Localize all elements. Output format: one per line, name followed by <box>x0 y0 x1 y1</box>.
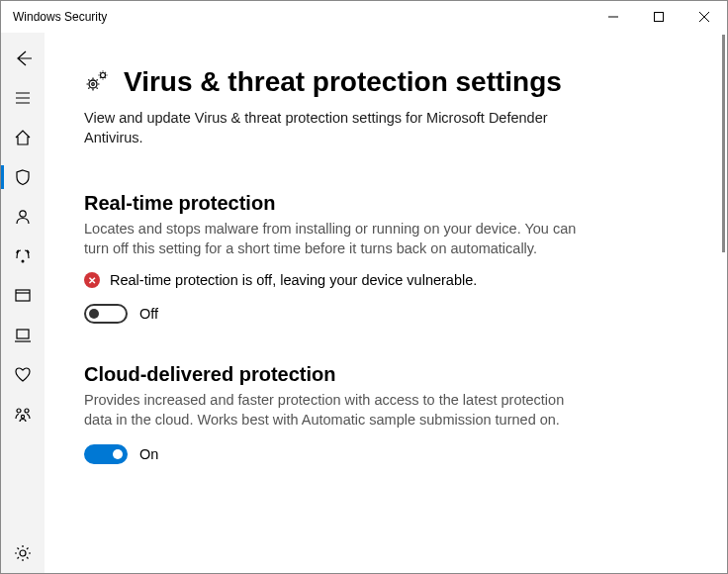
cloud-toggle[interactable] <box>84 444 128 464</box>
menu-button[interactable] <box>1 78 45 118</box>
heart-icon <box>14 366 32 384</box>
close-icon <box>699 12 709 22</box>
sidebar-item-virus-protection[interactable] <box>1 157 45 197</box>
maximize-button[interactable] <box>636 1 682 33</box>
minimize-button[interactable] <box>591 1 636 33</box>
svg-point-11 <box>101 73 106 78</box>
sidebar-item-home[interactable] <box>1 118 45 157</box>
realtime-warning-text: Real-time protection is off, leaving you… <box>110 272 477 288</box>
cloud-description: Provides increased and faster protection… <box>84 390 579 430</box>
settings-gears-icon <box>84 69 110 95</box>
main-content: Virus & threat protection settings View … <box>45 33 727 573</box>
maximize-icon <box>654 12 664 22</box>
svg-point-9 <box>89 80 97 88</box>
device-icon <box>14 327 32 344</box>
cloud-protection-section: Cloud-delivered protection Provides incr… <box>84 363 579 464</box>
app-icon <box>14 287 32 305</box>
svg-rect-0 <box>655 13 664 22</box>
hamburger-icon <box>15 90 31 106</box>
window-title: Windows Security <box>13 10 107 24</box>
sidebar-item-account-protection[interactable] <box>1 197 45 237</box>
cloud-toggle-label: On <box>139 446 158 462</box>
person-icon <box>14 208 32 226</box>
realtime-description: Locates and stops malware from installin… <box>84 219 579 259</box>
svg-point-7 <box>21 415 24 418</box>
svg-point-5 <box>17 409 21 413</box>
sidebar-item-settings[interactable] <box>1 533 45 573</box>
sidebar-item-app-browser[interactable] <box>1 276 45 316</box>
svg-rect-4 <box>17 330 29 338</box>
svg-point-10 <box>92 83 95 86</box>
minimize-icon <box>608 12 618 22</box>
titlebar: Windows Security <box>1 1 727 33</box>
svg-point-6 <box>25 409 29 413</box>
back-button[interactable] <box>1 39 45 78</box>
cloud-title: Cloud-delivered protection <box>84 363 579 386</box>
realtime-warning: ✕ Real-time protection is off, leaving y… <box>84 272 579 288</box>
scrollbar[interactable] <box>722 35 725 252</box>
page-title: Virus & threat protection settings <box>124 66 562 98</box>
network-icon <box>14 247 32 265</box>
realtime-protection-section: Real-time protection Locates and stops m… <box>84 192 579 325</box>
realtime-title: Real-time protection <box>84 192 579 215</box>
svg-rect-3 <box>16 290 30 301</box>
error-icon: ✕ <box>84 272 100 288</box>
family-icon <box>14 406 32 424</box>
realtime-toggle[interactable] <box>84 304 128 324</box>
sidebar-item-device-performance[interactable] <box>1 355 45 395</box>
close-button[interactable] <box>682 1 727 33</box>
sidebar-item-family-options[interactable] <box>1 395 45 434</box>
svg-point-2 <box>22 260 25 263</box>
svg-point-8 <box>20 550 26 556</box>
sidebar <box>1 33 45 573</box>
shield-icon <box>14 168 32 186</box>
svg-point-1 <box>20 211 26 217</box>
sidebar-item-device-security[interactable] <box>1 316 45 355</box>
back-arrow-icon <box>14 49 32 67</box>
realtime-toggle-label: Off <box>139 306 158 322</box>
sidebar-item-firewall[interactable] <box>1 237 45 276</box>
gear-icon <box>14 544 32 562</box>
page-description: View and update Virus & threat protectio… <box>84 108 579 148</box>
home-icon <box>14 129 32 146</box>
